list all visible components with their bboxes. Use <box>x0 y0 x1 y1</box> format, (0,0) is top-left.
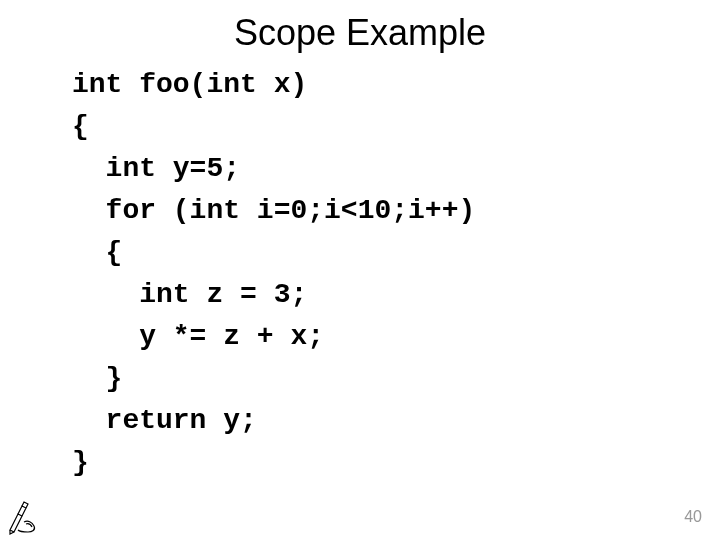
code-line-6: int z = 3; <box>72 279 307 310</box>
code-line-4: for (int i=0;i<10;i++) <box>72 195 475 226</box>
code-line-3: int y=5; <box>72 153 240 184</box>
code-line-7: y *= z + x; <box>72 321 324 352</box>
code-line-5: { <box>72 237 122 268</box>
code-line-10: } <box>72 447 89 478</box>
code-line-2: { <box>72 111 89 142</box>
code-line-1: int foo(int x) <box>72 69 307 100</box>
page-number: 40 <box>684 508 702 526</box>
code-line-8: } <box>72 363 122 394</box>
pencil-hand-icon <box>4 492 48 536</box>
slide-title: Scope Example <box>0 0 720 54</box>
code-block: int foo(int x) { int y=5; for (int i=0;i… <box>0 54 720 484</box>
code-line-9: return y; <box>72 405 257 436</box>
